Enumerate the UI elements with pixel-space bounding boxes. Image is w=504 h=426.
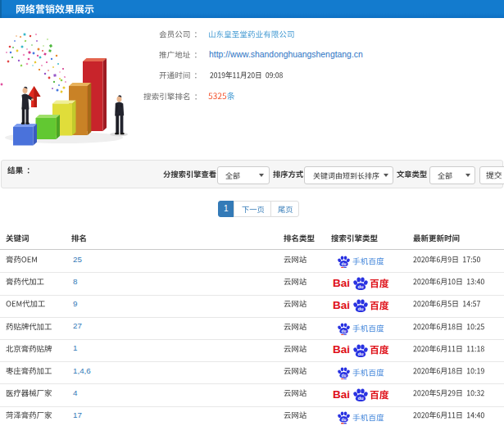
svg-text:du: du (341, 374, 346, 378)
svg-text:du: du (341, 329, 346, 333)
svg-text:du: du (357, 396, 364, 401)
svg-text:du: du (357, 351, 364, 356)
svg-text:du: du (341, 262, 346, 266)
svg-text:du: du (357, 306, 364, 311)
svg-text:du: du (341, 418, 346, 422)
svg-text:du: du (357, 284, 364, 289)
